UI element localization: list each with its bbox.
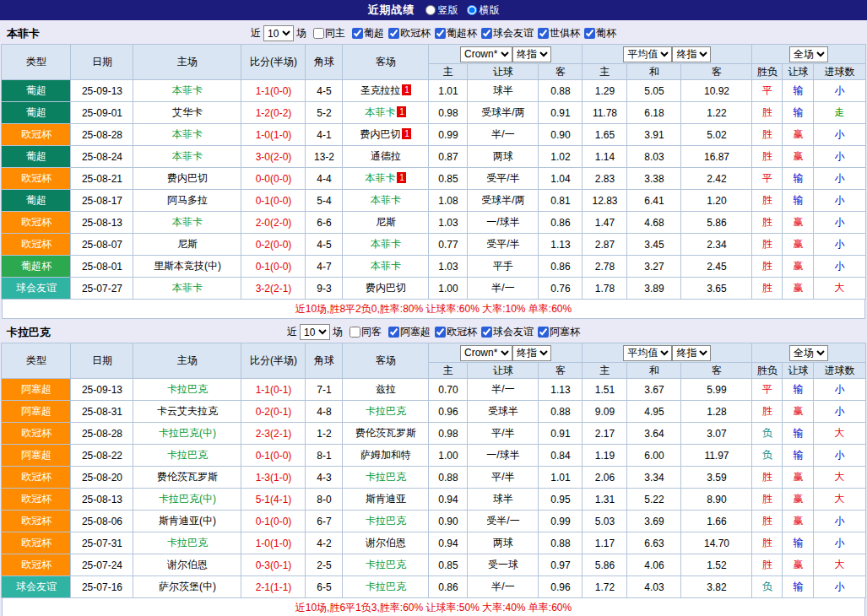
- away-team-name[interactable]: 圣克拉拉: [360, 84, 400, 96]
- away-team[interactable]: 本菲卡1: [343, 168, 429, 190]
- match-score[interactable]: 0-1(0-0): [241, 445, 306, 467]
- league-filter-input[interactable]: [435, 327, 446, 338]
- home-team-name[interactable]: 本菲卡: [172, 282, 203, 294]
- match-score[interactable]: 1-1(0-1): [241, 379, 306, 401]
- league-filter-checkbox[interactable]: 葡超杯: [435, 26, 477, 41]
- home-team[interactable]: 萨尔茨堡(中): [133, 576, 241, 598]
- home-team-name[interactable]: 卡拉巴克(中): [159, 493, 216, 505]
- home-team[interactable]: 斯肯迪亚(中): [133, 511, 241, 532]
- home-team-name[interactable]: 里斯本竞技(中): [154, 260, 221, 272]
- home-team[interactable]: 里斯本竞技(中): [133, 256, 241, 278]
- layout-radio-input[interactable]: [467, 5, 477, 15]
- league-filter-input[interactable]: [538, 327, 549, 338]
- home-team-name[interactable]: 卡拉巴克: [167, 449, 208, 461]
- match-score[interactable]: 1-0(1-0): [241, 124, 306, 146]
- away-team[interactable]: 费内巴切1: [343, 124, 429, 146]
- home-team[interactable]: 卡拉巴克(中): [133, 423, 241, 445]
- home-team[interactable]: 本菲卡: [133, 146, 241, 168]
- same-venue-checkbox[interactable]: 同客: [350, 325, 382, 339]
- match-score[interactable]: 1-3(1-0): [241, 467, 306, 489]
- fulltime-select[interactable]: 全场: [789, 345, 828, 361]
- away-team-name[interactable]: 本菲卡: [365, 172, 395, 184]
- final-odds-select-2[interactable]: 终指: [672, 345, 711, 361]
- match-score[interactable]: 0-1(0-0): [241, 256, 306, 278]
- same-venue-checkbox-input[interactable]: [313, 28, 324, 39]
- match-score[interactable]: 3-0(2-0): [241, 146, 306, 168]
- away-team[interactable]: 本菲卡: [343, 234, 429, 256]
- recent-count-select[interactable]: 10: [263, 25, 294, 41]
- home-team[interactable]: 卡云艾夫拉克: [133, 401, 241, 423]
- away-team-name[interactable]: 卡拉巴克: [366, 405, 406, 417]
- away-team[interactable]: 卡拉巴克: [343, 401, 429, 423]
- league-filter-checkbox[interactable]: 世俱杯: [538, 26, 580, 41]
- league-filter-checkbox[interactable]: 欧冠杯: [388, 26, 431, 41]
- home-team[interactable]: 费内巴切: [133, 168, 241, 190]
- league-filter-checkbox[interactable]: 球会友谊: [481, 26, 534, 41]
- home-team[interactable]: 阿马多拉: [133, 190, 241, 212]
- league-filter-input[interactable]: [352, 28, 363, 39]
- match-score[interactable]: 2-1(1-1): [241, 576, 306, 598]
- league-filter-checkbox[interactable]: 球会友谊: [481, 325, 534, 339]
- league-filter-checkbox[interactable]: 阿塞杯: [538, 325, 580, 339]
- league-filter-input[interactable]: [481, 327, 492, 338]
- fulltime-select[interactable]: 全场: [789, 46, 828, 62]
- league-filter-checkbox[interactable]: 欧冠杯: [435, 325, 477, 339]
- league-filter-checkbox[interactable]: 葡杯: [584, 26, 616, 41]
- away-team[interactable]: 卡拉巴克: [343, 511, 429, 532]
- away-team-name[interactable]: 本菲卡: [371, 260, 401, 272]
- home-team-name[interactable]: 本菲卡: [172, 84, 203, 96]
- away-team-name[interactable]: 本菲卡: [365, 106, 395, 118]
- away-team-name[interactable]: 萨姆加和特: [360, 449, 411, 461]
- away-team-name[interactable]: 卡拉巴克: [366, 471, 406, 483]
- away-team-name[interactable]: 卡拉巴克: [366, 515, 406, 527]
- away-team-name[interactable]: 斯肯迪亚: [366, 493, 406, 505]
- average-select[interactable]: 平均值: [623, 46, 672, 62]
- away-team[interactable]: 本菲卡: [343, 190, 429, 212]
- away-team[interactable]: 尼斯: [343, 212, 429, 234]
- away-team-name[interactable]: 本菲卡: [371, 194, 401, 206]
- match-score[interactable]: 0-0(0-0): [241, 168, 306, 190]
- away-team[interactable]: 卡拉巴克: [343, 467, 429, 489]
- away-team[interactable]: 通德拉: [343, 146, 429, 168]
- final-odds-select-2[interactable]: 终指: [672, 46, 711, 62]
- match-score[interactable]: 0-1(0-0): [241, 511, 306, 532]
- home-team[interactable]: 卡拉巴克: [133, 379, 241, 401]
- away-team[interactable]: 费内巴切: [343, 278, 429, 300]
- match-score[interactable]: 1-2(0-2): [241, 102, 306, 124]
- away-team-name[interactable]: 本菲卡: [371, 238, 401, 250]
- league-filter-input[interactable]: [388, 327, 399, 338]
- home-team[interactable]: 尼斯: [133, 234, 241, 256]
- away-team-name[interactable]: 费内巴切: [366, 282, 406, 294]
- away-team-name[interactable]: 兹拉: [376, 383, 396, 395]
- home-team-name[interactable]: 卡拉巴克: [167, 537, 208, 548]
- same-venue-checkbox-input[interactable]: [350, 327, 360, 338]
- home-team[interactable]: 费伦茨瓦罗斯: [133, 467, 241, 489]
- away-team[interactable]: 卡拉巴克: [343, 554, 429, 576]
- away-team-name[interactable]: 费内巴切: [360, 128, 400, 140]
- recent-count-select[interactable]: 10: [300, 324, 330, 340]
- home-team[interactable]: 卡拉巴克: [133, 445, 241, 467]
- match-score[interactable]: 0-3(0-1): [241, 554, 306, 576]
- home-team-name[interactable]: 本菲卡: [172, 150, 203, 162]
- away-team[interactable]: 本菲卡1: [343, 102, 429, 124]
- home-team-name[interactable]: 卡云艾夫拉克: [157, 405, 218, 417]
- layout-radio-input[interactable]: [425, 5, 436, 15]
- match-score[interactable]: 5-1(4-1): [241, 489, 306, 511]
- away-team[interactable]: 谢尔伯恩: [343, 532, 429, 554]
- home-team[interactable]: 谢尔伯恩: [133, 554, 241, 576]
- away-team[interactable]: 萨姆加和特: [343, 445, 429, 467]
- layout-radio-vertical[interactable]: 竖版: [425, 3, 458, 18]
- away-team[interactable]: 本菲卡: [343, 256, 429, 278]
- match-score[interactable]: 0-2(0-0): [241, 234, 306, 256]
- bookmaker-select[interactable]: Crown*: [460, 46, 512, 62]
- home-team[interactable]: 本菲卡: [133, 124, 241, 146]
- match-score[interactable]: 0-1(0-0): [241, 190, 306, 212]
- league-filter-input[interactable]: [435, 28, 446, 39]
- match-score[interactable]: 2-3(2-1): [241, 423, 306, 445]
- home-team-name[interactable]: 费伦茨瓦罗斯: [157, 471, 218, 483]
- home-team-name[interactable]: 阿马多拉: [167, 194, 208, 206]
- home-team-name[interactable]: 费内巴切: [167, 172, 208, 184]
- home-team[interactable]: 本菲卡: [133, 80, 241, 102]
- home-team-name[interactable]: 萨尔茨堡(中): [159, 581, 216, 592]
- match-score[interactable]: 1-0(1-0): [241, 532, 306, 554]
